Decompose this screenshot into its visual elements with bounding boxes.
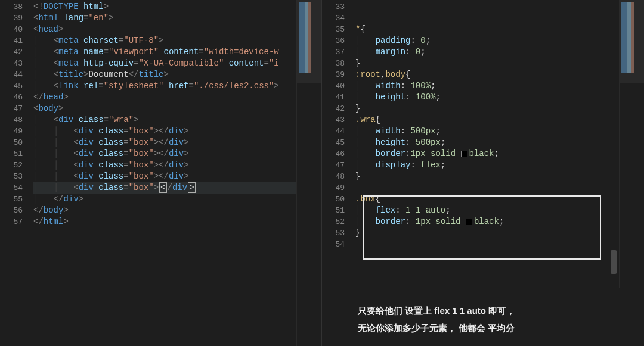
vertical-scrollbar[interactable] bbox=[609, 0, 618, 288]
line-number: 56 bbox=[0, 205, 23, 216]
line-number: 50 bbox=[322, 194, 345, 205]
code-line[interactable]: │ <meta charset="UTF-8"> bbox=[33, 35, 296, 46]
code-line[interactable] bbox=[355, 1, 619, 13]
line-number: 34 bbox=[322, 13, 345, 24]
line-number: 49 bbox=[0, 126, 23, 137]
line-number: 41 bbox=[0, 35, 23, 46]
code-line[interactable]: │ </div> bbox=[33, 194, 296, 205]
line-number: 38 bbox=[322, 58, 345, 69]
code-line[interactable]: <!DOCTYPE html> bbox=[33, 1, 296, 13]
line-number: 48 bbox=[0, 114, 23, 126]
code-line[interactable]: │ height: 100%; bbox=[355, 92, 619, 103]
code-line[interactable] bbox=[355, 13, 619, 24]
code-area-html[interactable]: <!DOCTYPE html><html lang="en"><head>│ <… bbox=[33, 0, 296, 346]
line-number: 42 bbox=[0, 46, 23, 58]
code-line[interactable]: </html> bbox=[33, 216, 296, 227]
code-line[interactable]: } bbox=[355, 171, 619, 182]
line-number: 42 bbox=[322, 103, 345, 114]
line-number: 46 bbox=[322, 148, 345, 160]
caption-line-2: 无论你添加多少子元素， 他都会 平均分 bbox=[358, 320, 620, 337]
line-number: 45 bbox=[322, 137, 345, 148]
code-line[interactable]: │ │ <div class="box"></div> bbox=[33, 182, 296, 194]
code-line[interactable]: } bbox=[355, 58, 619, 69]
line-gutter-left: 3839404142434445464748495051525354555657 bbox=[0, 0, 33, 346]
code-line[interactable]: │ margin: 0; bbox=[355, 46, 619, 58]
code-line[interactable]: │ padding: 0; bbox=[355, 35, 619, 46]
code-line[interactable]: │ border: 1px solid black; bbox=[355, 216, 619, 227]
code-line[interactable]: :root,body{ bbox=[355, 69, 619, 80]
line-number: 51 bbox=[322, 205, 345, 216]
code-line[interactable]: │ │ <div class="box"></div> bbox=[33, 137, 296, 148]
line-number: 47 bbox=[322, 160, 345, 171]
line-number: 57 bbox=[0, 216, 23, 227]
code-line[interactable]: │ <meta http-equiv="X-UA-Compatible" con… bbox=[33, 58, 296, 69]
code-line[interactable]: │ │ <div class="box"></div> bbox=[33, 171, 296, 182]
code-line[interactable]: } bbox=[355, 227, 619, 239]
code-line[interactable]: <html lang="en"> bbox=[33, 13, 296, 24]
code-line[interactable]: │ <link rel="stylesheet" href="./css/les… bbox=[33, 80, 296, 92]
explanation-caption: 只要给他们 设置上 flex 1 1 auto 即可， 无论你添加多少子元素， … bbox=[322, 288, 644, 346]
code-line[interactable] bbox=[355, 182, 619, 194]
line-number: 40 bbox=[0, 24, 23, 35]
line-number: 46 bbox=[0, 92, 23, 103]
code-line[interactable]: │ │ <div class="box"></div> bbox=[33, 148, 296, 160]
line-number: 51 bbox=[0, 148, 23, 160]
line-number: 43 bbox=[0, 58, 23, 69]
minimap-slider[interactable] bbox=[620, 0, 644, 83]
line-number: 45 bbox=[0, 80, 23, 92]
code-line[interactable] bbox=[355, 239, 619, 250]
line-number: 39 bbox=[0, 13, 23, 24]
code-line[interactable]: .box{ bbox=[355, 194, 619, 205]
minimap-slider[interactable] bbox=[297, 0, 321, 83]
code-line[interactable]: </body> bbox=[33, 205, 296, 216]
line-number: 50 bbox=[0, 137, 23, 148]
line-number: 41 bbox=[322, 92, 345, 103]
line-number: 52 bbox=[0, 160, 23, 171]
minimap-right[interactable] bbox=[619, 0, 644, 288]
code-line[interactable]: │ <title>Document</title> bbox=[33, 69, 296, 80]
line-number: 35 bbox=[322, 24, 345, 35]
scroll-thumb[interactable] bbox=[611, 250, 617, 274]
line-number: 53 bbox=[322, 227, 345, 239]
code-line[interactable]: │ display: flex; bbox=[355, 160, 619, 171]
code-line[interactable]: <body> bbox=[33, 103, 296, 114]
line-number: 54 bbox=[0, 182, 23, 194]
line-number: 44 bbox=[322, 126, 345, 137]
line-number: 49 bbox=[322, 182, 345, 194]
code-line[interactable]: *{ bbox=[355, 24, 619, 35]
line-gutter-right: 3334353637383940414243444546474849505152… bbox=[322, 0, 355, 288]
line-number: 44 bbox=[0, 69, 23, 80]
line-number: 48 bbox=[322, 171, 345, 182]
code-line[interactable]: │ flex: 1 1 auto; bbox=[355, 205, 619, 216]
line-number: 54 bbox=[322, 239, 345, 250]
code-area-css[interactable]: *{│ padding: 0;│ margin: 0;}:root,body{│… bbox=[355, 0, 619, 288]
code-line[interactable]: │ border:1px solid black; bbox=[355, 148, 619, 160]
code-line[interactable]: │ width: 500px; bbox=[355, 126, 619, 137]
code-line[interactable]: } bbox=[355, 103, 619, 114]
line-number: 37 bbox=[322, 46, 345, 58]
editor-pane-css: 3334353637383940414243444546474849505152… bbox=[322, 0, 644, 346]
code-line[interactable]: │ │ <div class="box"></div> bbox=[33, 126, 296, 137]
line-number: 53 bbox=[0, 171, 23, 182]
line-number: 43 bbox=[322, 114, 345, 126]
line-number: 47 bbox=[0, 103, 23, 114]
minimap-left[interactable] bbox=[296, 0, 321, 346]
line-number: 52 bbox=[322, 216, 345, 227]
line-number: 39 bbox=[322, 69, 345, 80]
code-line[interactable]: │ width: 100%; bbox=[355, 80, 619, 92]
code-line[interactable]: </head> bbox=[33, 92, 296, 103]
caption-line-1: 只要给他们 设置上 flex 1 1 auto 即可， bbox=[358, 303, 620, 320]
line-number: 38 bbox=[0, 1, 23, 13]
editor-pane-html: 3839404142434445464748495051525354555657… bbox=[0, 0, 322, 346]
code-line[interactable]: │ <div class="wra"> bbox=[33, 114, 296, 126]
code-line[interactable]: │ │ <div class="box"></div> bbox=[33, 160, 296, 171]
code-line[interactable]: <head> bbox=[33, 24, 296, 35]
code-line[interactable]: │ <meta name="viewport" content="width=d… bbox=[33, 46, 296, 58]
line-number: 33 bbox=[322, 1, 345, 13]
code-line[interactable]: │ height: 500px; bbox=[355, 137, 619, 148]
code-line[interactable]: .wra{ bbox=[355, 114, 619, 126]
line-number: 36 bbox=[322, 35, 345, 46]
line-number: 55 bbox=[0, 194, 23, 205]
line-number: 40 bbox=[322, 80, 345, 92]
